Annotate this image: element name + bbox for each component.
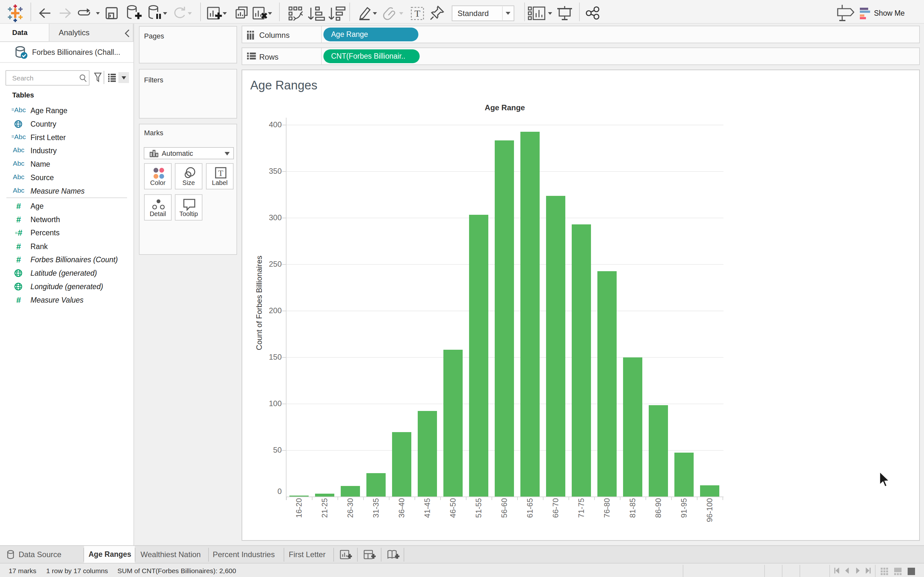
svg-text:T: T [218,169,223,178]
svg-text:Show Me: Show Me [874,9,905,17]
svg-text:Standard: Standard [457,9,489,18]
svg-text:T: T [415,8,420,19]
